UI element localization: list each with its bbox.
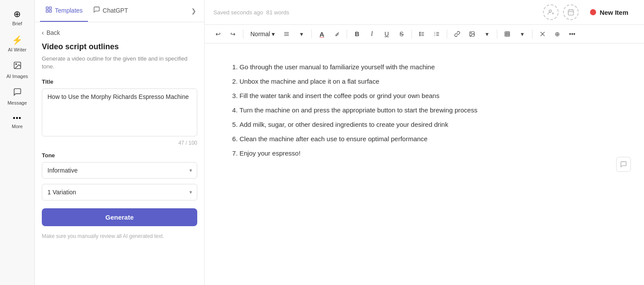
list-item: Unbox the machine and place it on a flat… (239, 75, 562, 87)
style-dropdown-button[interactable]: Normal ▾ (247, 29, 278, 39)
insert-button[interactable]: ⊕ (551, 27, 564, 41)
svg-rect-3 (49, 7, 51, 9)
ai-images-icon (13, 61, 22, 72)
underline-button[interactable]: U (380, 27, 393, 41)
brief-icon: ⊕ (13, 9, 21, 19)
svg-point-22 (420, 35, 421, 36)
collapse-panel-button[interactable]: ❯ (189, 5, 199, 17)
sidebar-label-ai-images: AI Images (7, 74, 28, 79)
toolbar-separator-7 (532, 30, 533, 38)
table-button[interactable] (501, 27, 514, 41)
editor-content-area[interactable]: Go through the user manual to familiariz… (205, 44, 644, 285)
sidebar-item-ai-writer[interactable]: ⚡ AI Writer (3, 31, 32, 56)
svg-rect-5 (46, 10, 48, 12)
link-button[interactable] (451, 27, 464, 41)
svg-line-16 (338, 32, 339, 33)
undo-button[interactable]: ↩ (212, 27, 225, 41)
header-actions: New Item (543, 4, 635, 20)
back-label: Back (47, 29, 60, 36)
align-dropdown-button[interactable]: ▾ (295, 27, 308, 41)
editor-toolbar: ↩ ↪ Normal ▾ ▾ A B I U S 123 (205, 25, 644, 44)
panel-content: ‹ Back Video script outlines Generate a … (35, 22, 204, 285)
highlight-button[interactable] (330, 27, 343, 41)
add-user-button[interactable] (543, 4, 559, 20)
panel: Templates ChatGPT ❯ ‹ Back Video script … (35, 0, 205, 285)
svg-point-30 (471, 33, 472, 34)
back-button[interactable]: ‹ Back (42, 29, 197, 36)
toolbar-separator-6 (497, 30, 497, 38)
style-dropdown-chevron-icon: ▾ (272, 31, 275, 37)
table-dropdown-button[interactable]: ▾ (516, 27, 529, 41)
ai-writer-icon: ⚡ (12, 35, 23, 45)
toolbar-separator-5 (447, 30, 447, 38)
editor-area: Saved seconds ago 81 words New Item ↩ ↪ … (205, 0, 644, 285)
toolbar-separator-2 (311, 30, 312, 38)
svg-text:3: 3 (434, 34, 435, 37)
more-icon: ••• (13, 114, 22, 122)
toolbar-separator-3 (347, 30, 347, 38)
more-options-button[interactable]: ••• (566, 27, 579, 41)
italic-button[interactable]: I (365, 27, 378, 41)
image-dropdown-button[interactable]: ▾ (480, 27, 493, 41)
sidebar-label-brief: Brief (12, 21, 22, 26)
svg-rect-4 (49, 10, 51, 12)
new-item-label: New Item (600, 9, 628, 16)
templates-tab-icon (45, 6, 52, 15)
svg-rect-2 (46, 7, 48, 9)
bold-button[interactable]: B (351, 27, 364, 41)
chatgpt-tab-icon (93, 6, 100, 15)
tab-templates[interactable]: Templates (40, 0, 88, 22)
strikethrough-button[interactable]: S (395, 27, 408, 41)
image-button[interactable] (465, 27, 479, 41)
title-input[interactable]: How to Use the Morphy Richards Espresso … (42, 88, 197, 136)
sidebar-item-ai-images[interactable]: AI Images (3, 58, 32, 82)
message-icon (13, 88, 22, 98)
calendar-button[interactable] (563, 4, 579, 20)
panel-tabs: Templates ChatGPT ❯ (35, 0, 204, 22)
variation-select-wrapper: 1 Variation 2 Variations 3 Variations ▾ (42, 184, 197, 200)
new-item-button[interactable]: New Item (583, 5, 635, 20)
chatgpt-tab-label: ChatGPT (103, 7, 128, 14)
tone-select[interactable]: Informative Professional Casual Humorous… (42, 162, 197, 179)
editor-header: Saved seconds ago 81 words New Item (205, 0, 644, 25)
tab-chatgpt[interactable]: ChatGPT (88, 0, 133, 22)
editor-text-body: Go through the user manual to familiariz… (231, 61, 562, 159)
generate-button[interactable]: Generate (42, 208, 197, 226)
svg-point-21 (420, 34, 421, 34)
style-dropdown-label: Normal (250, 31, 270, 37)
redo-button[interactable]: ↪ (226, 27, 239, 41)
text-align-button[interactable] (280, 27, 293, 41)
sidebar-item-message[interactable]: Message (3, 84, 32, 109)
templates-tab-label: Templates (55, 7, 83, 14)
svg-point-20 (420, 32, 421, 33)
panel-description: Generate a video outline for the given t… (42, 55, 197, 71)
sidebar-label-ai-writer: AI Writer (8, 47, 27, 52)
svg-rect-31 (505, 32, 510, 37)
sidebar: ⊕ Brief ⚡ AI Writer AI Images Message ••… (0, 0, 35, 285)
sidebar-item-brief[interactable]: ⊕ Brief (3, 5, 32, 30)
title-field-label: Title (42, 78, 197, 85)
svg-rect-9 (568, 10, 573, 15)
comment-button[interactable] (616, 157, 631, 172)
bullet-list-button[interactable] (415, 27, 428, 41)
tone-field-label: Tone (42, 152, 197, 159)
svg-point-1 (15, 64, 17, 65)
toolbar-separator-4 (411, 30, 412, 38)
sidebar-item-more[interactable]: ••• More (3, 111, 32, 132)
list-item: Add milk, sugar, or other desired ingred… (239, 119, 562, 130)
disclaimer-text: Make sure you manually review all AI gen… (42, 232, 197, 240)
clear-format-button[interactable] (536, 27, 549, 41)
text-color-button[interactable]: A (315, 27, 328, 41)
back-chevron-icon: ‹ (42, 29, 44, 36)
ordered-list-button[interactable]: 123 (430, 27, 443, 41)
char-count: 47 / 100 (42, 140, 197, 146)
toolbar-separator-1 (243, 30, 243, 38)
list-item: Clean the machine after each use to ensu… (239, 133, 562, 145)
list-item: Enjoy your espresso! (239, 147, 562, 159)
variation-select[interactable]: 1 Variation 2 Variations 3 Variations (42, 184, 197, 200)
list-item: Fill the water tank and insert the coffe… (239, 90, 562, 102)
tone-select-wrapper: Informative Professional Casual Humorous… (42, 162, 197, 179)
list-item: Turn the machine on and press the approp… (239, 104, 562, 116)
sidebar-label-more: More (12, 124, 23, 129)
save-status-text: Saved seconds ago (213, 9, 263, 16)
